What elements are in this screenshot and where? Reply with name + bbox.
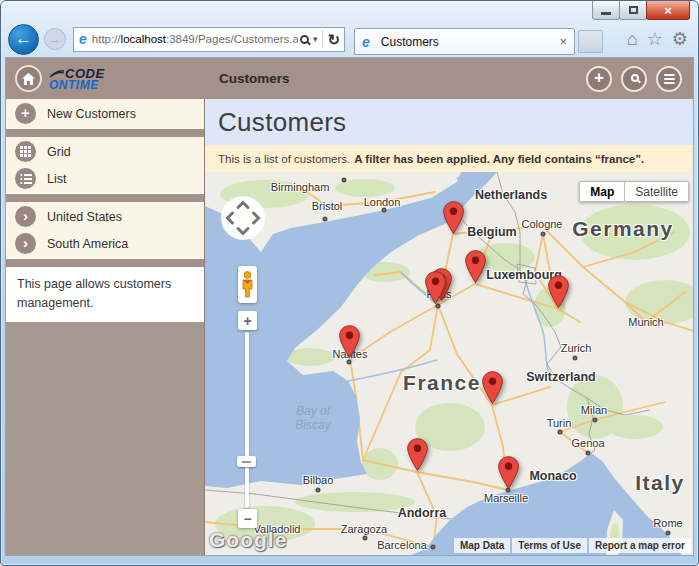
city-dot [573, 356, 578, 361]
map-marker[interactable] [464, 250, 487, 284]
sidebar-item-label: Grid [47, 145, 71, 159]
city-dot [363, 536, 368, 541]
add-record-button[interactable]: + [586, 66, 612, 92]
map-canvas[interactable]: BirminghamBristolLondonNetherlandsBelgiu… [205, 172, 693, 555]
header-actions: + [586, 66, 693, 92]
sidebar-filler [6, 322, 204, 556]
browser-action-icons: ⌂ ☆ ⚙ [627, 30, 693, 48]
close-icon: × [664, 3, 672, 18]
url-text: http://localhost:3849/Pages/Customers.as… [92, 33, 298, 45]
refresh-icon[interactable]: ↻ [327, 32, 340, 47]
sidebar-item-list[interactable]: List [6, 165, 204, 192]
grid-icon [15, 141, 36, 162]
app-body: +New CustomersGridList›United States›Sou… [6, 99, 693, 555]
minus-icon: − [243, 512, 251, 526]
zoom-slider-track[interactable] [245, 332, 249, 508]
map-marker[interactable] [338, 325, 361, 359]
browser-tab[interactable]: e Customers × [354, 28, 575, 55]
browser-toolbar: ← → e http://localhost:3849/Pages/Custom… [6, 22, 693, 56]
city-dot [347, 360, 352, 365]
status-text: This is a list of customers. [218, 153, 350, 165]
page-description: This page allows customers management. [6, 267, 204, 322]
map-type-control: Map Satellite [579, 181, 689, 202]
minimize-button[interactable] [592, 1, 620, 20]
ie-icon: e [79, 31, 87, 47]
zoom-in-button[interactable]: + [238, 311, 257, 330]
attribution-link-terms-of-use[interactable]: Terms of Use [512, 538, 587, 553]
map-pan-control[interactable] [220, 195, 266, 245]
map-marker[interactable] [481, 371, 504, 405]
page-header-title: Customers [219, 71, 290, 86]
chevron-down-icon[interactable]: ▾ [313, 34, 318, 44]
map-marker[interactable] [497, 456, 520, 490]
logo-wing-icon [49, 70, 65, 78]
pegman-control[interactable] [238, 266, 257, 303]
sidebar-group: +New Customers [6, 99, 204, 128]
pegman-icon [241, 271, 254, 298]
attribution-link-report-a-map-error[interactable]: Report a map error [589, 538, 691, 553]
sidebar-divider [6, 193, 204, 202]
window-controls: × [593, 1, 690, 20]
search-icon[interactable] [300, 35, 309, 44]
map-marker[interactable] [424, 271, 447, 305]
satellite-view-button[interactable]: Satellite [625, 181, 689, 202]
main-panel: Customers This is a list of customers. A… [205, 99, 693, 555]
close-button[interactable]: × [646, 1, 690, 20]
sidebar-item-united-states[interactable]: ›United States [6, 203, 204, 230]
sidebar-item-label: List [47, 172, 66, 186]
map-marker[interactable] [406, 438, 429, 472]
sidebar-item-grid[interactable]: Grid [6, 138, 204, 165]
map-marker[interactable] [442, 201, 465, 235]
address-bar-icons: ▾ ↻ [300, 30, 340, 48]
map-view-button[interactable]: Map [579, 181, 625, 202]
forward-button[interactable]: → [44, 28, 66, 50]
plus-icon: + [594, 68, 604, 88]
settings-gear-icon[interactable]: ⚙ [672, 30, 688, 48]
favorites-star-icon[interactable]: ☆ [647, 30, 663, 48]
sidebar-group: GridList [6, 137, 204, 193]
zoom-slider-handle[interactable] [237, 456, 256, 467]
plus-icon: + [243, 314, 251, 328]
google-logo[interactable]: Google [209, 528, 287, 552]
back-icon: ← [15, 29, 32, 49]
app-header: CODE ONTIME Customers + [6, 58, 693, 99]
tab-favicon-ie-icon: e [362, 34, 370, 50]
new-tab-button[interactable] [578, 30, 603, 53]
city-dot [382, 208, 387, 213]
tab-close-icon[interactable]: × [559, 34, 567, 49]
city-dot [558, 430, 563, 435]
home-icon[interactable]: ⌂ [627, 30, 638, 48]
zoom-out-button[interactable]: − [238, 509, 257, 528]
sidebar-group: ›United States›South America [6, 202, 204, 258]
page-title: Customers [205, 99, 693, 145]
app-content: CODE ONTIME Customers + +New CustomersGr… [5, 57, 694, 556]
sidebar: +New CustomersGridList›United States›Sou… [6, 99, 205, 555]
handle-grip-icon [242, 461, 251, 463]
maximize-icon [629, 6, 638, 14]
city-dot [586, 451, 591, 456]
forward-icon: → [49, 32, 61, 46]
tab-title: Customers [381, 35, 439, 49]
search-button[interactable] [621, 66, 647, 92]
address-bar[interactable]: e http://localhost:3849/Pages/Customers.… [73, 27, 345, 52]
sidebar-divider [6, 128, 204, 137]
sidebar-item-new-customers[interactable]: +New Customers [6, 100, 204, 127]
sidebar-item-label: United States [47, 210, 122, 224]
maximize-button[interactable] [619, 1, 647, 20]
home-button[interactable] [15, 65, 42, 92]
hamburger-icon [664, 74, 675, 84]
menu-button[interactable] [656, 66, 682, 92]
map-marker[interactable] [547, 275, 570, 309]
plus-icon: + [15, 103, 36, 124]
attribution-link-map-data[interactable]: Map Data [454, 538, 510, 553]
list-icon [15, 168, 36, 189]
home-icon [22, 73, 35, 85]
back-button[interactable]: ← [8, 24, 39, 55]
city-dot [316, 488, 321, 493]
sidebar-item-south-america[interactable]: ›South America [6, 230, 204, 257]
map-attribution: Map DataTerms of UseReport a map error [454, 538, 691, 553]
city-dot [593, 418, 598, 423]
divider [322, 30, 323, 48]
sidebar-item-label: New Customers [47, 107, 136, 121]
search-icon [631, 74, 639, 82]
